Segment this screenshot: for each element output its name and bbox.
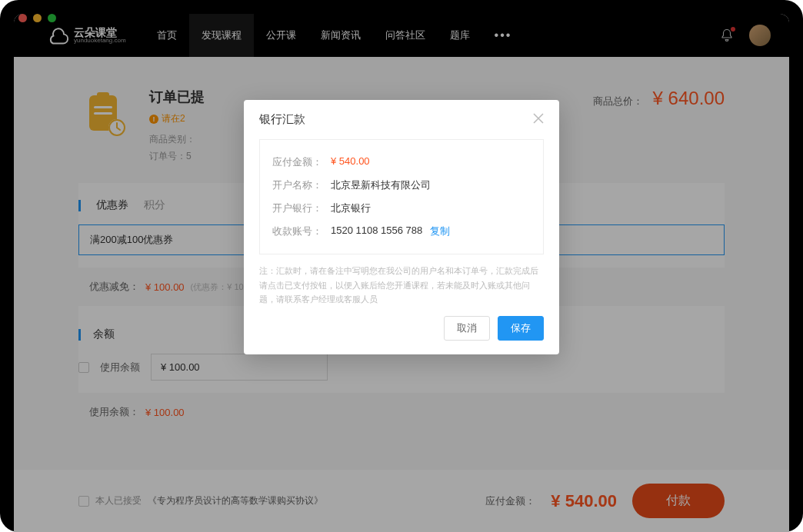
- modal-title: 银行汇款: [259, 112, 305, 127]
- modal-note: 注：汇款时，请在备注中写明您在我公司的用户名和本订单号，汇款完成后请点击已支付按…: [259, 264, 544, 307]
- account-name-value: 北京昱新科技有限公司: [331, 178, 431, 192]
- account-number-key: 收款账号：: [272, 224, 331, 238]
- modal-close-button[interactable]: [533, 113, 544, 127]
- save-button[interactable]: 保存: [498, 316, 544, 341]
- cancel-button[interactable]: 取消: [444, 316, 490, 341]
- bank-info-box: 应付金额： ¥ 540.00 开户名称： 北京昱新科技有限公司 开户银行： 北京…: [259, 139, 544, 254]
- account-number-value: 1520 1108 1556 788: [331, 224, 422, 238]
- bank-key: 开户银行：: [272, 201, 331, 215]
- amount-key: 应付金额：: [272, 155, 331, 169]
- bank-transfer-modal: 银行汇款 应付金额： ¥ 540.00 开户名称： 北京昱新科技有限公司 开户银…: [244, 100, 559, 354]
- bank-value: 北京银行: [331, 201, 371, 215]
- close-icon: [533, 113, 544, 124]
- amount-value: ¥ 540.00: [331, 155, 370, 169]
- copy-account-button[interactable]: 复制: [430, 224, 450, 238]
- account-name-key: 开户名称：: [272, 178, 331, 192]
